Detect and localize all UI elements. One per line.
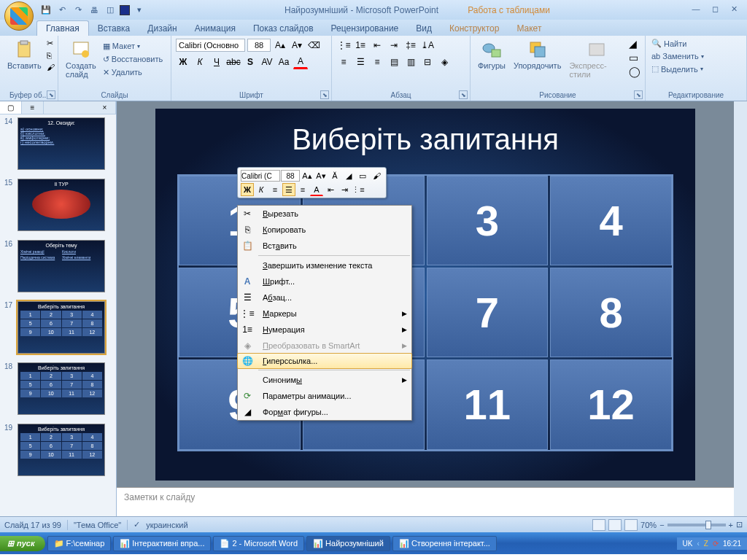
mini-indent-out-icon[interactable]: ⇤ [324, 183, 337, 196]
start-button[interactable]: ⊞пуск [0, 536, 45, 551]
clock[interactable]: 16:21 [723, 540, 741, 548]
quick-styles-button[interactable]: Экспресс-стили [566, 38, 627, 80]
mini-align-right-icon[interactable]: ≡ [296, 183, 309, 196]
taskbar-item[interactable]: 📁F:\семінар [47, 536, 112, 551]
arrange-button[interactable]: Упорядочить [511, 38, 564, 71]
cut-icon[interactable]: ✂ [47, 39, 55, 48]
slide-thumbnail[interactable]: 17Виберіть запитання123456789101112 [0, 298, 116, 359]
lang-indicator[interactable]: UK [683, 540, 693, 548]
slides-tab-icon[interactable]: ▢ [0, 101, 22, 114]
mini-change-case-icon[interactable]: Ă [328, 169, 341, 182]
close-button[interactable]: ✕ [727, 4, 741, 16]
mini-format-painter-icon[interactable]: 🖌 [370, 169, 383, 182]
decrease-indent-icon[interactable]: ⇤ [370, 38, 384, 52]
cm-format-shape[interactable]: ◢Формат фигуры... [238, 404, 411, 420]
smartart-convert-icon[interactable]: ◈ [437, 55, 452, 69]
select-button[interactable]: ⬚Выделить▾ [650, 63, 742, 74]
mini-size-input[interactable] [281, 170, 300, 182]
line-spacing-icon[interactable]: ‡≡ [403, 38, 418, 52]
tab-design[interactable]: Дизайн [139, 21, 185, 36]
shape-outline-icon[interactable]: ▭ [629, 52, 640, 63]
new-icon[interactable]: ◫ [104, 4, 117, 17]
slide-thumbnail[interactable]: 19Виберіть запитання123456789101112 [0, 421, 116, 482]
tab-insert[interactable]: Вставка [89, 21, 139, 36]
text-direction-icon[interactable]: ⤓A [420, 38, 435, 52]
cm-hyperlink[interactable]: 🌐Гиперссылка... [237, 353, 412, 369]
tray-icon[interactable]: ⟳ [713, 540, 719, 548]
save-icon[interactable]: 💾 [39, 4, 53, 17]
cm-cut[interactable]: ✂Вырезать [238, 206, 411, 222]
cm-end-edit[interactable]: Завершить изменение текста [238, 257, 411, 273]
find-button[interactable]: 🔍Найти [650, 38, 742, 49]
align-left-icon[interactable]: ≡ [336, 55, 351, 69]
qat-dropdown-icon[interactable]: ▾ [133, 4, 146, 17]
delete-slide-button[interactable]: ✕Удалить [101, 67, 164, 78]
grid-cell[interactable]: 7 [427, 268, 549, 357]
tab-review[interactable]: Рецензирование [322, 21, 408, 36]
grid-cell[interactable]: 11 [427, 359, 549, 449]
font-size-input[interactable] [247, 39, 271, 52]
slideshow-view-icon[interactable] [624, 519, 638, 531]
mini-indent-in-icon[interactable]: ⇥ [338, 183, 351, 196]
tab-table-layout[interactable]: Макет [508, 21, 550, 36]
grid-cell[interactable]: 3 [427, 176, 549, 265]
numbering-icon[interactable]: 1≡ [353, 38, 368, 52]
align-right-icon[interactable]: ≡ [370, 55, 384, 69]
grid-cell[interactable]: 8 [550, 268, 672, 357]
change-case-icon[interactable]: Aa [276, 55, 291, 69]
underline-button[interactable]: Ч [209, 55, 224, 69]
slide-thumbnail[interactable]: 1412. Оксиди:а) основни;б) кислотни;в) а… [0, 114, 116, 176]
format-painter-icon[interactable]: 🖌 [47, 63, 55, 71]
fit-icon[interactable]: ⊡ [736, 520, 743, 529]
mini-outline-icon[interactable]: ▭ [356, 169, 369, 182]
tray-icon[interactable]: Z [704, 540, 708, 548]
new-slide-button[interactable]: Создать слайд [63, 38, 99, 80]
mini-font-input[interactable] [241, 170, 280, 182]
dialog-launcher-icon[interactable]: ⬊ [634, 90, 643, 99]
justify-icon[interactable]: ▤ [387, 55, 401, 69]
slide-canvas[interactable]: Виберіть запитання 123456789101112 A▴ A▾… [117, 101, 734, 487]
grid-cell[interactable]: 12 [550, 359, 672, 449]
layout-button[interactable]: ▦Макет▾ [101, 41, 164, 52]
tab-animation[interactable]: Анимация [186, 21, 244, 36]
char-spacing-icon[interactable]: AV [260, 55, 274, 69]
align-center-icon[interactable]: ☰ [353, 55, 368, 69]
columns-icon[interactable]: ▥ [403, 55, 418, 69]
notes-pane[interactable]: Заметки к слайду [117, 487, 734, 516]
close-panel-icon[interactable]: × [94, 101, 116, 114]
dialog-launcher-icon[interactable]: ⬊ [320, 90, 329, 99]
align-text-icon[interactable]: ⊟ [420, 55, 435, 69]
taskbar-item[interactable]: 📄2 - Microsoft Word [213, 536, 304, 551]
print-icon[interactable]: 🖶 [88, 4, 101, 17]
grow-font-icon[interactable]: A▴ [273, 38, 287, 52]
increase-indent-icon[interactable]: ⇥ [387, 38, 401, 52]
taskbar-item[interactable]: 📊Створення інтеракт... [392, 536, 497, 551]
redo-icon[interactable]: ↷ [71, 4, 85, 17]
mini-shrink-font-icon[interactable]: A▾ [314, 169, 328, 182]
cm-paragraph[interactable]: ☰Абзац... [238, 289, 411, 306]
tab-table-design[interactable]: Конструктор [441, 21, 508, 36]
mini-bold-icon[interactable]: Ж [241, 183, 254, 196]
zoom-in-icon[interactable]: + [729, 521, 733, 529]
mini-align-center-icon[interactable]: ☰ [282, 183, 295, 196]
mini-font-color-icon[interactable]: A [310, 183, 323, 196]
slides-panel[interactable]: ▢ ≡ × 1412. Оксиди:а) основни;б) кислотн… [0, 101, 117, 516]
office-button[interactable] [4, 1, 34, 31]
zoom-slider[interactable] [667, 524, 726, 526]
minimize-button[interactable]: — [689, 4, 703, 16]
tray-icon[interactable]: ‹ [697, 540, 700, 548]
maximize-button[interactable]: ◻ [708, 4, 722, 16]
system-tray[interactable]: UK ‹ Z ⟳ 16:21 [677, 537, 747, 550]
replace-button[interactable]: abЗаменить▾ [650, 51, 742, 61]
mini-fill-icon[interactable]: ◢ [342, 169, 355, 182]
dialog-launcher-icon[interactable]: ⬊ [459, 90, 468, 99]
copy-icon[interactable]: ⎘ [47, 51, 55, 60]
sorter-view-icon[interactable] [608, 519, 622, 531]
shrink-font-icon[interactable]: A▾ [290, 38, 304, 52]
outline-tab-icon[interactable]: ≡ [22, 101, 44, 114]
mini-bullets-icon[interactable]: ⋮≡ [352, 183, 365, 196]
strike-button[interactable]: abc [226, 55, 241, 69]
slide-thumbnail[interactable]: 18Виберіть запитання123456789101112 [0, 359, 116, 421]
mini-italic-icon[interactable]: К [255, 183, 268, 196]
font-family-input[interactable] [176, 39, 245, 52]
